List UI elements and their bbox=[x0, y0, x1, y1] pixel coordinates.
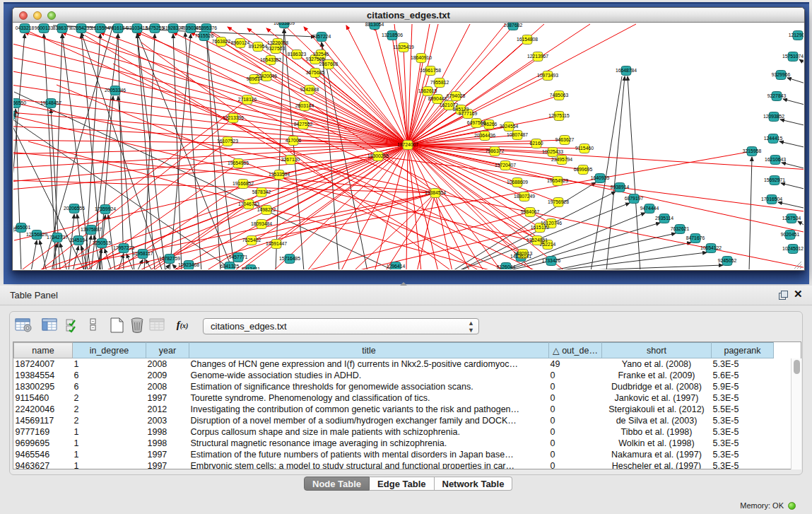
svg-text:3215958: 3215958 bbox=[743, 148, 762, 153]
svg-text:12213967: 12213967 bbox=[527, 54, 548, 59]
svg-text:16961758: 16961758 bbox=[420, 68, 441, 73]
svg-text:0433218: 0433218 bbox=[16, 25, 35, 30]
svg-text:7357224: 7357224 bbox=[312, 34, 331, 39]
svg-text:7515526: 7515526 bbox=[195, 33, 214, 38]
svg-text:18724007: 18724007 bbox=[397, 142, 418, 147]
svg-text:12156829: 12156829 bbox=[26, 232, 47, 237]
svg-text:17046743: 17046743 bbox=[238, 201, 259, 206]
svg-text:16543382: 16543382 bbox=[260, 57, 281, 62]
svg-text:9242848: 9242848 bbox=[300, 87, 319, 92]
svg-text:11958117: 11958117 bbox=[132, 251, 153, 256]
svg-text:9327505: 9327505 bbox=[306, 57, 325, 62]
svg-text:18300295: 18300295 bbox=[367, 153, 389, 158]
svg-text:13975887: 13975887 bbox=[81, 227, 102, 232]
svg-text:2867608: 2867608 bbox=[319, 62, 339, 66]
svg-text:9600133: 9600133 bbox=[35, 25, 54, 30]
svg-text:17016504: 17016504 bbox=[761, 197, 782, 201]
svg-text:13226058: 13226058 bbox=[267, 40, 288, 45]
svg-text:62160: 62160 bbox=[530, 141, 543, 146]
svg-text:20364436: 20364436 bbox=[474, 133, 495, 138]
svg-text:1480913: 1480913 bbox=[514, 251, 533, 256]
svg-text:1615132: 1615132 bbox=[531, 225, 550, 230]
svg-text:13218506: 13218506 bbox=[382, 33, 403, 37]
svg-text:41395376: 41395376 bbox=[196, 25, 217, 30]
svg-text:8912954: 8912954 bbox=[249, 44, 268, 49]
svg-text:15751074: 15751074 bbox=[782, 54, 804, 59]
svg-text:1640935: 1640935 bbox=[591, 175, 610, 180]
svg-text:132546: 132546 bbox=[313, 52, 329, 57]
svg-text:10025433: 10025433 bbox=[542, 149, 563, 154]
svg-text:17342737: 17342737 bbox=[47, 235, 68, 240]
svg-text:5878342: 5878342 bbox=[252, 189, 271, 194]
svg-text:5984067: 5984067 bbox=[521, 209, 540, 214]
svg-text:19166852: 19166852 bbox=[233, 181, 254, 186]
svg-text:1267534: 1267534 bbox=[782, 216, 801, 221]
svg-text:23495794: 23495794 bbox=[551, 157, 572, 162]
svg-text:16033809: 16033809 bbox=[273, 23, 295, 25]
svg-text:7485063: 7485063 bbox=[550, 93, 569, 98]
svg-text:f(x): f(x) bbox=[177, 319, 189, 330]
svg-text:1498222: 1498222 bbox=[257, 207, 276, 212]
svg-text:2803144: 2803144 bbox=[295, 103, 314, 108]
svg-text:1250515: 1250515 bbox=[93, 240, 112, 245]
svg-text:3675685: 3675685 bbox=[306, 70, 325, 75]
svg-text:2935114: 2935114 bbox=[655, 216, 673, 221]
svg-text:18640910: 18640910 bbox=[411, 55, 432, 60]
svg-text:6879197: 6879197 bbox=[625, 196, 644, 201]
svg-text:9327503: 9327503 bbox=[266, 46, 286, 51]
svg-text:1212906: 1212906 bbox=[789, 33, 804, 37]
svg-text:746266: 746266 bbox=[481, 122, 498, 127]
svg-text:8813054: 8813054 bbox=[365, 23, 384, 27]
svg-text:9474444: 9474444 bbox=[640, 206, 659, 211]
svg-text:1990087: 1990087 bbox=[13, 112, 19, 117]
svg-text:3267130: 3267130 bbox=[281, 157, 300, 162]
svg-text:19756928: 19756928 bbox=[548, 199, 569, 204]
svg-text:11325419: 11325419 bbox=[393, 45, 414, 49]
svg-text:15720407: 15720407 bbox=[495, 163, 516, 168]
svg-text:2718126: 2718126 bbox=[238, 97, 257, 102]
svg-text:6899695: 6899695 bbox=[574, 167, 593, 172]
svg-text:13533594: 13533594 bbox=[269, 172, 290, 177]
svg-text:6841325: 6841325 bbox=[220, 264, 240, 269]
svg-text:6794028: 6794028 bbox=[447, 93, 466, 98]
svg-text:10245012: 10245012 bbox=[782, 246, 804, 251]
svg-text:02654235: 02654235 bbox=[71, 25, 92, 30]
svg-text:7955812: 7955812 bbox=[430, 80, 449, 85]
svg-text:8126044: 8126044 bbox=[497, 264, 516, 269]
svg-text:93103413: 93103413 bbox=[126, 25, 148, 30]
svg-text:19148457: 19148457 bbox=[40, 100, 61, 105]
svg-text:17359924: 17359924 bbox=[95, 206, 116, 211]
svg-text:19384554: 19384554 bbox=[425, 190, 446, 195]
svg-text:20053346: 20053346 bbox=[105, 88, 126, 93]
svg-text:6475255: 6475255 bbox=[146, 25, 165, 30]
svg-text:8427552: 8427552 bbox=[294, 122, 313, 127]
svg-text:9245052: 9245052 bbox=[718, 258, 737, 263]
svg-text:8471676: 8471676 bbox=[686, 235, 705, 240]
svg-text:9457771: 9457771 bbox=[229, 255, 248, 259]
svg-text:20206555: 20206555 bbox=[64, 206, 85, 211]
svg-text:16648784: 16648784 bbox=[616, 68, 637, 73]
svg-text:9912411: 9912411 bbox=[242, 267, 260, 269]
svg-text:7632621: 7632621 bbox=[671, 226, 690, 231]
svg-text:16154808: 16154808 bbox=[517, 37, 538, 42]
svg-text:8990448: 8990448 bbox=[428, 96, 447, 101]
svg-text:10654122: 10654122 bbox=[700, 245, 722, 250]
svg-text:1615594: 1615594 bbox=[91, 25, 110, 30]
svg-text:1296414: 1296414 bbox=[387, 264, 406, 269]
svg-text:8386379: 8386379 bbox=[53, 25, 72, 30]
svg-text:9227843: 9227843 bbox=[767, 93, 787, 98]
svg-text:9777169: 9777169 bbox=[459, 111, 478, 116]
svg-text:1465001: 1465001 bbox=[13, 225, 30, 230]
svg-text:7986372: 7986372 bbox=[486, 148, 505, 153]
svg-text:1244415: 1244415 bbox=[764, 136, 783, 141]
svg-text:18807249: 18807249 bbox=[514, 194, 535, 199]
svg-text:8938914: 8938914 bbox=[611, 185, 630, 189]
svg-text:12975115: 12975115 bbox=[548, 113, 570, 118]
svg-text:9115460: 9115460 bbox=[575, 146, 594, 151]
svg-text:2087682: 2087682 bbox=[504, 23, 523, 28]
svg-text:12923468: 12923468 bbox=[178, 262, 199, 267]
svg-text:8960124: 8960124 bbox=[231, 40, 250, 45]
svg-text:26266550: 26266550 bbox=[13, 100, 26, 105]
svg-text:9020451: 9020451 bbox=[781, 232, 800, 237]
svg-text:18093484: 18093484 bbox=[251, 221, 272, 226]
